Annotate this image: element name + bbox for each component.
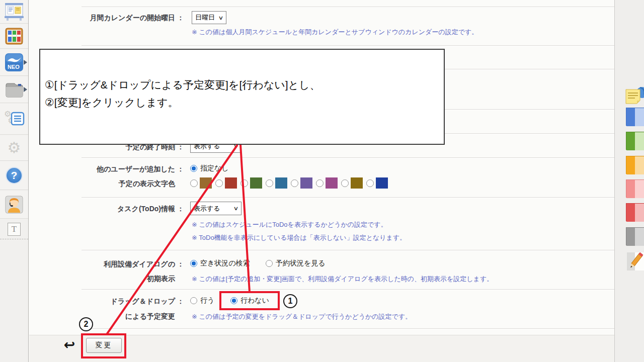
dragdrop-option-dont: 行わない [230, 296, 269, 305]
chevron-down-icon: ∨ [218, 15, 224, 21]
row-divider [82, 157, 629, 158]
theme-red-swatch[interactable] [626, 203, 644, 221]
radio-label: 行う [200, 296, 214, 305]
radio-label: 指定なし [200, 164, 229, 173]
facility-label2: 初期表示 [52, 275, 175, 284]
theme-blue-swatch[interactable] [626, 108, 644, 126]
theme-orange-swatch[interactable] [626, 156, 644, 174]
sidebar-item-bulletin[interactable] [0, 0, 28, 24]
sidebar-item-system-settings[interactable]: ⚙ [0, 135, 28, 161]
svg-text:NEO: NEO [8, 64, 20, 70]
calendar-start-label: 月間カレンダーの開始曜日 [52, 14, 175, 23]
color-radio[interactable] [341, 179, 349, 187]
chevron-down-icon: ∨ [233, 205, 239, 212]
todo-note-1: ※ この値はスケジュールにToDoを表示するかどうかの設定です。 [192, 220, 387, 229]
dragdrop-dont-radio[interactable] [230, 297, 237, 304]
dragdrop-label: ドラッグ＆ドロップ [52, 297, 175, 306]
pencil-edit-icon[interactable] [627, 251, 644, 272]
facility-option-2: 予約状況を見る [266, 259, 326, 268]
color-radio[interactable] [291, 179, 298, 187]
color-radio[interactable] [190, 179, 198, 187]
calendar-start-note: ※ この値は個人月間スケジュールと年間カレンダーとサブウィンドウのカレンダーの設… [192, 28, 478, 37]
todo-select[interactable]: 表示する∨ [190, 202, 242, 215]
row-divider [82, 289, 629, 290]
color-swatch [300, 177, 312, 189]
flyout-arrow-icon [24, 87, 27, 92]
panel-divider [29, 335, 615, 335]
neo-icon: NEO [5, 53, 24, 72]
sidebar-item-folder[interactable] [0, 76, 28, 103]
theme-green-swatch[interactable] [626, 132, 644, 150]
row-divider [82, 328, 629, 329]
color-swatch [351, 177, 363, 189]
label-colon: ： [177, 297, 184, 306]
color-swatch [200, 177, 212, 189]
gear-icon: ⚙ [8, 140, 21, 155]
theme-sidebar [615, 0, 644, 362]
other-user-color-label2: 予定の表示文字色 [52, 179, 175, 189]
color-none-radio[interactable] [190, 165, 197, 172]
selected-value: 日曜日 [195, 13, 215, 22]
dragdrop-note: ※ この値は予定の変更をドラッグ＆ドロップで行うかどうかの設定です。 [192, 312, 412, 321]
facility-label: 利用設備ダイアログの [52, 260, 175, 269]
memo-icon[interactable] [625, 85, 644, 105]
flyout-arrow-icon [24, 60, 27, 65]
dragdrop-do-radio[interactable] [190, 297, 197, 304]
color-swatch [326, 177, 338, 189]
selected-value: 表示する [194, 204, 220, 213]
color-swatch [376, 177, 388, 189]
step-1-badge: 1 [283, 294, 297, 308]
label-colon: ： [177, 14, 184, 23]
sidebar-item-support[interactable] [0, 191, 28, 219]
sidebar-item-neo[interactable]: NEO [0, 49, 28, 76]
sidebar-item-settings-list[interactable]: ⚙ ⚙ [0, 104, 28, 135]
radio-label: 予約状況を見る [276, 259, 326, 268]
sidebar-item-cabinet[interactable] [0, 24, 28, 49]
submit-button[interactable]: 変更 [86, 338, 122, 353]
sidebar-item-help[interactable]: ? [0, 161, 28, 190]
callout-line-1: ①[ドラッグ&ドロップによる予定変更]を[行わない]とし、 [45, 76, 320, 94]
help-icon: ? [6, 167, 23, 184]
facility-status-radio[interactable] [266, 260, 273, 267]
color-swatch-row [190, 177, 391, 189]
cabinet-icon [5, 28, 23, 45]
app-sidebar: NEO ⚙ ⚙ ⚙ ? [0, 0, 29, 362]
row-divider [82, 7, 629, 7]
settings-list-icon: ⚙ ⚙ [4, 109, 25, 130]
row-divider [82, 45, 629, 46]
theme-gray-swatch[interactable] [626, 227, 644, 245]
row-divider [82, 250, 629, 250]
todo-note-2: ※ ToDo機能を非表示にしている場合は「表示しない」設定となります。 [192, 233, 406, 242]
bulletin-board-icon [4, 2, 25, 21]
facility-search-radio[interactable] [190, 260, 197, 267]
dragdrop-label2: による予定変更 [52, 312, 175, 321]
folder-icon [5, 81, 24, 98]
color-radio[interactable] [266, 179, 273, 187]
label-colon: ： [177, 205, 184, 214]
color-swatch [225, 177, 237, 189]
tutorial-callout: ①[ドラッグ&ドロップによる予定変更]を[行わない]とし、 ②[変更]をクリック… [39, 49, 445, 145]
dragdrop-option-do: 行う [190, 296, 214, 305]
label-colon: ： [177, 260, 184, 269]
color-none-option: 指定なし [190, 164, 229, 173]
back-arrow-icon: ↩ [64, 337, 75, 353]
back-button[interactable]: ↩ [60, 337, 78, 353]
todo-label: タスク(ToDo)情報 [52, 205, 175, 214]
label-colon: ： [177, 165, 184, 174]
radio-label: 行わない [240, 296, 269, 305]
sidebar-item-text[interactable]: T [0, 219, 28, 239]
color-radio[interactable] [215, 179, 223, 187]
calendar-start-select[interactable]: 日曜日∨ [192, 11, 226, 24]
theme-pink-swatch[interactable] [626, 179, 644, 198]
facility-option-1: 空き状況の検索 [190, 259, 250, 268]
row-divider [82, 197, 629, 198]
color-radio[interactable] [366, 179, 374, 187]
color-radio[interactable] [316, 179, 324, 187]
step-2-badge: 2 [79, 317, 93, 331]
other-user-color-label: 他のユーザーが追加した [52, 165, 175, 174]
color-swatch [250, 177, 262, 189]
radio-label: 空き状況の検索 [200, 259, 250, 268]
color-radio[interactable] [240, 179, 248, 187]
operator-icon [5, 196, 23, 214]
callout-line-2: ②[変更]をクリックします。 [45, 94, 320, 111]
